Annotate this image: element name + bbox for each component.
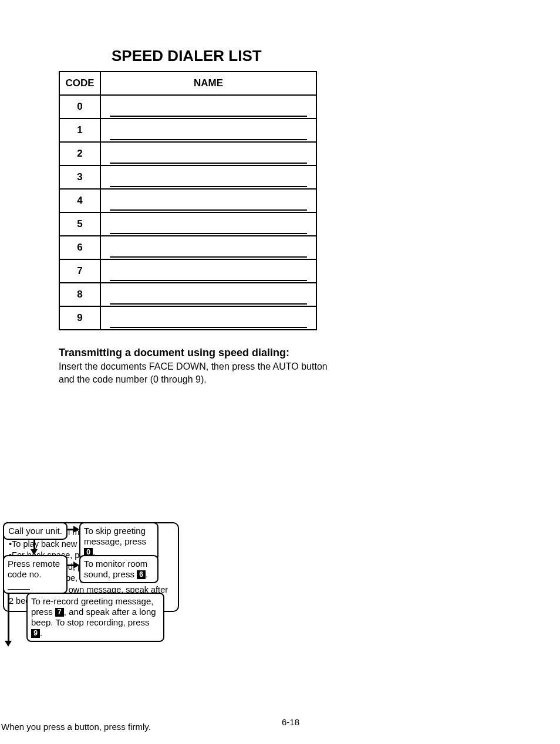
table-row: 3 <box>59 165 316 189</box>
table-row: 7 <box>59 259 316 283</box>
code-cell: 8 <box>59 283 100 306</box>
flow-remote-box: Press remote code no. <box>3 555 68 594</box>
name-cell <box>100 189 316 212</box>
flow-monitor-box: To monitor room sound, press 6. <box>79 555 158 583</box>
code-cell: 3 <box>59 165 100 189</box>
code-cell: 4 <box>59 189 100 212</box>
flow-rerecord-box: To re-record greeting message, press 7, … <box>26 593 164 642</box>
name-cell <box>100 165 316 189</box>
table-row: 4 <box>59 189 316 212</box>
table-header-row: CODE NAME <box>59 72 316 95</box>
arrow-head-icon <box>31 549 38 555</box>
table-row: 6 <box>59 236 316 259</box>
section-heading: Transmitting a document using speed dial… <box>59 347 329 359</box>
header-name: NAME <box>100 72 316 95</box>
remote-flowchart: Call your unit. To skip greeting message… <box>3 522 185 612</box>
code-cell: 1 <box>59 119 100 142</box>
code-cell: 9 <box>59 306 100 330</box>
name-cell <box>100 236 316 259</box>
table-row: 1 <box>59 119 316 142</box>
name-cell <box>100 212 316 236</box>
name-cell <box>100 283 316 306</box>
table-row: 8 <box>59 283 316 306</box>
table-row: 0 <box>59 95 316 119</box>
keycap-icon: 6 <box>137 570 146 579</box>
name-cell <box>100 119 316 142</box>
keycap-icon: 9 <box>31 629 40 638</box>
flow-call-box: Call your unit. <box>3 522 68 540</box>
arrow-head-icon <box>5 641 12 647</box>
name-cell <box>100 95 316 119</box>
section-body: Insert the documents FACE DOWN, then pre… <box>59 360 329 385</box>
table-row: 2 <box>59 142 316 165</box>
name-cell <box>100 259 316 283</box>
code-cell: 0 <box>59 95 100 119</box>
name-cell <box>100 142 316 165</box>
page-number: 6-18 <box>282 717 299 727</box>
footer-note: When you press a button, press firmly. <box>1 722 151 732</box>
blank-line <box>8 589 30 590</box>
table-row: 9 <box>59 306 316 330</box>
code-cell: 7 <box>59 259 100 283</box>
keycap-icon: 7 <box>55 608 64 617</box>
code-cell: 6 <box>59 236 100 259</box>
arrow-head-icon <box>73 526 79 533</box>
flow-skip-text: To skip greeting message, press <box>84 526 146 546</box>
table-row: 5 <box>59 212 316 236</box>
name-cell <box>100 306 316 330</box>
header-code: CODE <box>59 72 100 95</box>
flow-remote-text: Press remote code no. <box>8 559 60 579</box>
code-cell: 5 <box>59 212 100 236</box>
speed-dialer-table: CODE NAME 0123456789 <box>59 71 317 330</box>
code-cell: 2 <box>59 142 100 165</box>
page-title: SPEED DIALER LIST <box>112 47 560 65</box>
arrow-head-icon <box>73 562 79 569</box>
